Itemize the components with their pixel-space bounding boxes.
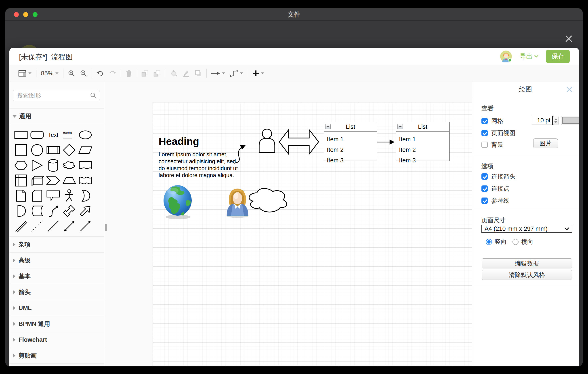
shape-process[interactable] <box>45 143 61 158</box>
sidebar-section-misc[interactable]: 杂项 <box>9 236 104 252</box>
clear-default-style-button[interactable]: 清除默认风格 <box>482 270 572 280</box>
list-shape[interactable]: List Item 1 Item 2 Item 3 <box>324 122 377 161</box>
shape-textbox[interactable]: Heading <box>61 127 77 143</box>
shape-tape[interactable] <box>77 173 93 188</box>
maximize-window-button[interactable] <box>33 12 38 17</box>
shape-document[interactable] <box>77 158 93 173</box>
drawing-canvas[interactable]: Heading Lorem ipsum dolor sit amet, cons… <box>105 82 481 366</box>
page-size-select[interactable]: A4 (210 mm x 297 mm) <box>482 225 572 233</box>
list-shape[interactable]: List Item 1 Item 2 Item 3 <box>396 122 450 161</box>
sidebar-section-advanced[interactable]: 高级 <box>9 252 104 268</box>
toggle-format-panel-button[interactable] <box>18 70 32 77</box>
close-window-button[interactable] <box>14 12 19 17</box>
grid-size-stepper[interactable] <box>553 116 559 125</box>
double-arrow-shape[interactable] <box>279 130 319 154</box>
shape-bidirectional-connector[interactable] <box>61 219 77 234</box>
list-item[interactable]: Item 3 <box>327 155 377 166</box>
canvas-paragraph-text[interactable]: Lorem ipsum dolor sit amet, consectetur … <box>159 151 238 179</box>
delete-icon[interactable] <box>126 70 132 77</box>
sidebar-section-flowchart[interactable]: Flowchart <box>9 332 104 348</box>
grid-color-swatch[interactable] <box>561 116 579 125</box>
close-panel-icon[interactable] <box>566 86 573 93</box>
background-image-button[interactable]: 图片 <box>533 138 558 148</box>
shape-ellipse[interactable] <box>77 127 93 143</box>
connection-arrows-checkbox[interactable] <box>482 173 488 180</box>
shape-bidirectional-arrow[interactable] <box>61 203 77 219</box>
connection-points-checkbox[interactable] <box>482 186 488 192</box>
shape-dashed-line[interactable] <box>29 219 45 234</box>
shape-callout[interactable] <box>45 188 61 203</box>
search-shapes-input[interactable] <box>13 90 100 101</box>
waypoint-style-dropdown[interactable] <box>230 70 243 77</box>
shape-curve[interactable] <box>45 203 61 219</box>
woman-clipart[interactable] <box>226 188 249 218</box>
shape-actor[interactable] <box>61 188 77 203</box>
grid-checkbox[interactable] <box>482 118 488 124</box>
to-back-icon[interactable] <box>154 70 161 77</box>
insert-dropdown[interactable] <box>252 70 264 77</box>
list-item[interactable]: Item 2 <box>327 145 377 155</box>
zoom-in-icon[interactable] <box>68 70 75 77</box>
list-item[interactable]: Item 2 <box>399 145 449 155</box>
shape-internal-storage[interactable] <box>13 173 29 188</box>
shape-step[interactable] <box>45 173 61 188</box>
shape-diamond[interactable] <box>61 143 77 158</box>
user-avatar[interactable] <box>500 50 512 62</box>
shape-data-storage[interactable] <box>29 203 45 219</box>
sidebar-section-clipart[interactable]: 剪贴画 <box>9 348 104 363</box>
sidebar-section-bpmn[interactable]: BPMN 通用 <box>9 316 104 332</box>
sidebar-resize-handle[interactable] <box>105 224 107 232</box>
shape-trapezoid[interactable] <box>61 173 77 188</box>
shape-or[interactable] <box>77 188 93 203</box>
portrait-radio[interactable] <box>486 239 492 245</box>
shape-card[interactable] <box>29 188 45 203</box>
collapse-list-button[interactable] <box>325 124 331 129</box>
shape-and[interactable] <box>13 203 29 219</box>
edit-data-button[interactable]: 编辑数据 <box>482 258 572 268</box>
canvas-heading-text[interactable]: Heading <box>159 135 199 147</box>
grid-size-input[interactable] <box>532 116 553 125</box>
shape-triangle[interactable] <box>29 158 45 173</box>
close-overlay-icon[interactable] <box>565 35 573 43</box>
shape-cylinder[interactable] <box>45 158 61 173</box>
shape-square[interactable] <box>13 143 29 158</box>
background-checkbox[interactable] <box>482 142 488 148</box>
shadow-icon[interactable] <box>195 70 202 77</box>
shape-directional-connector[interactable] <box>77 219 93 234</box>
shape-rounded-rectangle[interactable] <box>29 127 45 143</box>
sidebar-section-basic[interactable]: 基本 <box>9 268 104 284</box>
shape-parallelogram[interactable] <box>77 143 93 158</box>
list-item[interactable]: Item 1 <box>399 134 449 145</box>
shape-text[interactable]: Text <box>45 127 61 143</box>
redo-icon[interactable] <box>109 70 116 77</box>
collapse-list-button[interactable] <box>398 124 403 129</box>
line-color-icon[interactable] <box>182 70 190 77</box>
shape-circle[interactable] <box>29 143 45 158</box>
globe-clipart[interactable] <box>164 185 192 219</box>
fill-color-icon[interactable] <box>170 70 177 77</box>
save-button[interactable]: 保存 <box>546 50 570 63</box>
to-front-icon[interactable] <box>141 70 148 77</box>
shape-note[interactable] <box>13 188 29 203</box>
undo-icon[interactable] <box>96 70 104 77</box>
list-item[interactable]: Item 1 <box>327 134 377 145</box>
zoom-out-icon[interactable] <box>80 70 87 77</box>
export-button[interactable]: 导出 <box>520 52 538 61</box>
sidebar-section-arrows[interactable]: 箭头 <box>9 284 104 300</box>
minimize-window-button[interactable] <box>23 12 28 17</box>
shape-link[interactable] <box>13 219 29 234</box>
list-item[interactable]: Item 3 <box>399 155 449 166</box>
sidebar-section-uml[interactable]: UML <box>9 300 104 316</box>
person-shape[interactable] <box>259 129 275 153</box>
shape-hexagon[interactable] <box>13 158 29 173</box>
guides-checkbox[interactable] <box>482 198 488 204</box>
landscape-radio[interactable] <box>513 239 518 245</box>
shape-cube[interactable] <box>29 173 45 188</box>
shape-line[interactable] <box>45 219 61 234</box>
page-view-checkbox[interactable] <box>482 130 488 136</box>
connection-style-dropdown[interactable] <box>211 72 225 75</box>
zoom-level-dropdown[interactable]: 85% <box>41 70 59 77</box>
shape-arrow[interactable] <box>77 203 93 219</box>
cloud-shape[interactable] <box>249 188 287 212</box>
shape-cloud[interactable] <box>61 158 77 173</box>
